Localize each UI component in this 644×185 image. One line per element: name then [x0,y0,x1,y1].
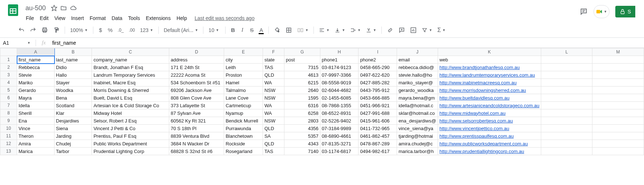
horizontal-align-dropdown[interactable]: ▼ [317,26,332,35]
cell[interactable]: Midway Hotel [92,109,169,117]
text-rotation-dropdown[interactable]: ▼ [364,26,378,35]
cell[interactable]: tjarding@hotmai [397,132,438,140]
cell[interactable]: Leith [224,64,263,71]
cell[interactable]: 0461-862-457 [359,132,397,140]
cell[interactable]: Rebbecca [17,64,54,71]
cell[interactable]: Vince [17,125,54,132]
cell[interactable]: mayra.bena@gm [397,94,438,102]
cell[interactable]: 02-6044-4682 [320,87,359,94]
cell[interactable]: WA [263,109,284,117]
cell[interactable]: 8839 Ventura Blvd [169,132,224,140]
menu-extensions[interactable]: Extensions [143,14,173,23]
cell[interactable]: Hallo [54,71,92,79]
cell[interactable]: Rockside [224,140,263,148]
undo-icon[interactable] [16,25,27,35]
cell[interactable]: 03-1174-6817 [320,148,359,155]
text-wrap-dropdown[interactable]: ▼ [348,26,363,35]
cell[interactable] [592,79,644,87]
cell[interactable]: Prudential Lighting Corp [92,148,169,155]
cell[interactable]: http://www.selsorrobertjesq.com.au [438,117,541,125]
cell[interactable]: 0415-961-606 [359,117,397,125]
cell[interactable]: Nyamup [224,109,263,117]
cell[interactable]: 2640 [284,87,320,94]
cell[interactable]: 02-1455-6085 [320,94,359,102]
cell[interactable]: 0443-795-912 [359,87,397,94]
cell[interactable]: phone1 [320,56,359,64]
row-header[interactable]: 11 [0,132,17,140]
cell[interactable]: http://www.bueltdavidlesq.com.au [438,94,541,102]
cell[interactable]: Mariko [17,79,54,87]
cell[interactable] [592,102,644,109]
document-title[interactable]: au-500 [23,4,48,13]
cell[interactable]: 171 E 24th St [169,64,224,71]
cell[interactable]: Morris Downing & Sherred [92,87,169,94]
paint-format-icon[interactable] [51,25,62,35]
cell[interactable]: 07-8135-3271 [320,140,359,148]
cell[interactable]: Amira [17,140,54,148]
menu-format[interactable]: Format [87,14,108,23]
cloud-status-icon[interactable] [70,5,77,11]
cell[interactable]: 0494-982-617 [359,148,397,155]
cell[interactable]: 0458-665-290 [359,64,397,71]
cell[interactable]: Didio [54,64,92,71]
menu-data[interactable]: Data [109,14,125,23]
borders-icon[interactable] [283,25,294,35]
cell[interactable]: http://www.prudentiallightingcorp.com.au [438,148,541,155]
cell[interactable]: Klar [54,109,92,117]
cell[interactable]: NSW [263,94,284,102]
cell[interactable]: ena_desjardiws@ [397,117,438,125]
cell[interactable]: QLD [263,140,284,148]
cell[interactable]: http://www.inabinetmacreesq.com.au [438,79,541,87]
cell[interactable]: http://www.midwayhotel.com.au [438,109,541,117]
cell[interactable]: Bendick Murrell [224,117,263,125]
cell[interactable]: email [397,56,438,64]
star-icon[interactable] [51,5,57,11]
cell[interactable]: idella@hotmail.c [397,102,438,109]
col-header-E[interactable]: E [224,48,263,56]
row-header[interactable]: 2 [0,64,17,71]
row-header[interactable]: 1 [0,56,17,64]
cell[interactable]: Jarding [54,132,92,140]
cell[interactable] [541,148,592,155]
cell[interactable] [592,132,644,140]
cell[interactable]: WA [263,79,284,87]
col-header-L[interactable]: L [541,48,592,56]
cell[interactable]: Mayra [17,94,54,102]
cell[interactable] [541,117,592,125]
cell[interactable]: Purrawunda [224,125,263,132]
cell[interactable]: 1595 [284,94,320,102]
strikethrough-icon[interactable]: S [247,25,256,35]
cell[interactable]: city [224,56,263,64]
name-box[interactable]: A1▼ [0,39,33,47]
cell[interactable]: Tarbor [54,148,92,155]
cell[interactable] [541,132,592,140]
font-dropdown[interactable]: Default (Ari...▼ [162,26,201,35]
sheets-logo[interactable] [6,3,20,17]
redo-icon[interactable] [28,25,39,35]
cell[interactable]: 70 S 18th Pl [169,125,224,132]
cell[interactable]: mariko_stayer@ [397,79,438,87]
cell[interactable]: http://www.artesianiceandcoldstorageco.c… [438,102,541,109]
col-header-C[interactable]: C [92,48,169,56]
menu-edit[interactable]: Edit [37,14,51,23]
cell[interactable]: Siena [54,125,92,132]
cell[interactable]: Hamel [224,79,263,87]
cell[interactable]: web [438,56,541,64]
cell[interactable]: Lane Cove [224,94,263,102]
cell[interactable] [592,140,644,148]
col-header-G[interactable]: G [284,48,320,56]
cell[interactable]: rebbecca.didio@ [397,64,438,71]
insert-link-icon[interactable] [385,25,396,35]
cell[interactable]: 373 Lafayette St [169,102,224,109]
cell[interactable]: 07-9997-3366 [320,71,359,79]
cell[interactable]: Brandt, Jonathan F Esq [92,64,169,71]
cell[interactable]: http://www.brandtjonathanfesq.com.au [438,64,541,71]
cell[interactable]: 87 Sylvan Ave [169,109,224,117]
cell[interactable]: 0453-666-885 [359,94,397,102]
cell[interactable]: stevie.hallo@ho [397,71,438,79]
insert-chart-icon[interactable] [408,25,419,35]
cell[interactable] [541,109,592,117]
row-header[interactable]: 10 [0,125,17,132]
row-header[interactable]: 5 [0,87,17,94]
currency-icon[interactable]: $ [96,25,105,35]
